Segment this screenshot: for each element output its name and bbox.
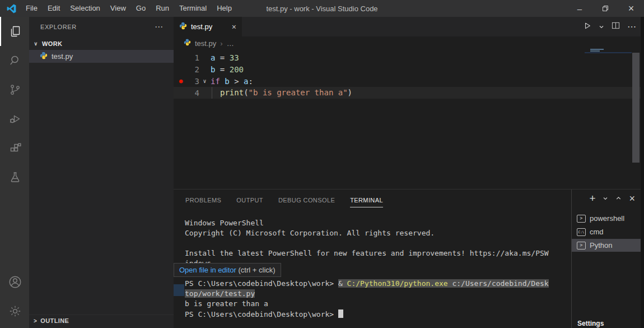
terminal-text: C:/Python310/python.exe <box>347 279 448 288</box>
run-and-debug-icon[interactable] <box>0 104 29 133</box>
terminal-box-icon: > <box>577 242 586 250</box>
account-icon[interactable] <box>0 267 29 297</box>
testing-icon[interactable] <box>0 163 29 192</box>
terminal-sidebar: >powershellC:\cmd>Python <box>571 190 644 328</box>
terminal-line: Windows PowerShell <box>185 219 568 229</box>
terminal-text: top/work/test.py <box>185 289 255 298</box>
breakpoint-icon[interactable]: ● <box>174 77 188 85</box>
code-line-2[interactable]: 2b = 200 <box>174 63 644 75</box>
code-line-4[interactable]: 4print("b is greater than a") <box>174 87 644 99</box>
panel-tab-output[interactable]: OUTPUT <box>236 197 263 204</box>
open-file-tooltip: Open file in editor (ctrl + click) <box>174 263 281 277</box>
search-icon[interactable] <box>0 46 29 75</box>
vscode-logo-icon <box>7 4 16 13</box>
source-control-icon[interactable] <box>0 75 29 104</box>
menu-view[interactable]: View <box>105 0 131 17</box>
breadcrumb[interactable]: test.py › … <box>174 36 644 50</box>
titlebar: FileEditSelectionViewGoRunTerminalHelp t… <box>0 0 644 17</box>
breadcrumb-more[interactable]: … <box>227 39 234 48</box>
activity-bar <box>0 17 29 328</box>
code-area[interactable]: 1a = 332b = 200●3∨if b > a:4print("b is … <box>174 50 644 99</box>
window-controls: – × <box>567 0 644 17</box>
restore-button[interactable] <box>592 0 618 17</box>
panel-tab-debug-console[interactable]: DEBUG CONSOLE <box>278 197 335 204</box>
file-list: test.py <box>29 50 174 63</box>
terminal-text: c:/Users/codebind/Desk <box>448 279 549 288</box>
indent-guide <box>212 87 220 99</box>
terminal-line: top/work/test.py <box>185 289 568 299</box>
terminal-line: Copyright (C) Microsoft Corporation. All… <box>185 229 568 239</box>
terminal-line: b is greater than a <box>185 299 568 309</box>
panel-tab-terminal[interactable]: TERMINAL <box>350 197 383 204</box>
editor-scrollbar[interactable] <box>632 53 640 163</box>
extensions-icon[interactable] <box>0 133 29 163</box>
breadcrumb-file[interactable]: test.py <box>195 39 216 48</box>
code-text: print("b is greater than a") <box>210 87 352 99</box>
run-dropdown-chevron-icon[interactable] <box>599 22 604 32</box>
open-file-link[interactable]: Open file in editor <box>179 266 236 274</box>
terminal-text: Windows PowerShell <box>185 219 264 227</box>
menu-run[interactable]: Run <box>151 0 174 17</box>
session-label: cmd <box>590 228 604 236</box>
explorer-header: EXPLORER ⋯ <box>29 17 174 37</box>
split-editor-icon[interactable] <box>612 21 620 32</box>
breadcrumb-separator-icon: › <box>220 39 222 48</box>
explorer-more-actions-icon[interactable]: ⋯ <box>155 22 164 32</box>
menu-file[interactable]: File <box>21 0 43 17</box>
terminal-line <box>185 239 568 249</box>
folder-work[interactable]: ∨ WORK <box>29 37 174 50</box>
panel-tabbar: PROBLEMSOUTPUTDEBUG CONSOLETERMINAL <box>174 190 383 211</box>
window-title: test.py - work - Visual Studio Code <box>266 4 377 13</box>
code-line-1[interactable]: 1a = 33 <box>174 52 644 63</box>
terminal-session-python[interactable]: >Python <box>572 239 644 252</box>
run-python-file-button[interactable] <box>584 22 591 32</box>
menubar: FileEditSelectionViewGoRunTerminalHelp <box>21 0 237 17</box>
settings-tooltip: Settings <box>577 320 604 327</box>
file-item-test-py[interactable]: test.py <box>29 50 174 63</box>
chevron-right-icon: > <box>34 318 37 324</box>
line-number: 2 <box>188 65 199 74</box>
line-number: 1 <box>188 53 199 62</box>
close-tab-icon[interactable]: × <box>232 22 236 31</box>
terminal-text: b is greater than a <box>185 299 268 308</box>
python-file-icon <box>184 39 191 48</box>
line-number: 3 <box>188 77 199 86</box>
terminal-text: PS C:\Users\codebind\Desktop\work> <box>185 310 338 318</box>
close-window-button[interactable]: × <box>618 0 644 17</box>
fold-chevron-icon[interactable]: ∨ <box>199 78 210 84</box>
settings-gear-icon[interactable] <box>0 297 29 326</box>
line-number: 4 <box>188 89 199 98</box>
terminal-session-cmd[interactable]: C:\cmd <box>572 225 644 238</box>
editor-group: test.py × ⋯ test.py › … 1a = 332b = 200● <box>174 17 644 189</box>
chevron-down-icon: ∨ <box>32 41 40 47</box>
minimize-button[interactable]: – <box>567 0 592 17</box>
terminal-box-icon: > <box>577 215 586 223</box>
menu-go[interactable]: Go <box>131 0 151 17</box>
open-file-hint: (ctrl + click) <box>236 266 276 274</box>
outline-section[interactable]: > OUTLINE <box>29 315 174 326</box>
menu-edit[interactable]: Edit <box>43 0 65 17</box>
file-name: test.py <box>52 52 73 61</box>
terminal-text: Copyright (C) Microsoft Corporation. All… <box>185 229 435 237</box>
python-file-icon <box>179 22 187 31</box>
editor-actions: ⋯ <box>584 17 636 36</box>
terminal-session-powershell[interactable]: >powershell <box>572 212 644 225</box>
terminal-line: PS C:\Users\codebind\Desktop\work> & C:/… <box>185 279 568 289</box>
menu-terminal[interactable]: Terminal <box>174 0 212 17</box>
menu-help[interactable]: Help <box>212 0 237 17</box>
explorer-icon[interactable] <box>0 17 29 46</box>
menu-selection[interactable]: Selection <box>65 0 105 17</box>
folder-name: WORK <box>42 40 62 47</box>
editor-tabbar: test.py × <box>174 17 644 36</box>
terminal-cursor <box>338 309 343 318</box>
code-text: a = 33 <box>210 53 239 62</box>
restore-icon <box>602 5 609 12</box>
editor-more-actions-icon[interactable]: ⋯ <box>627 21 636 32</box>
tab-test-py[interactable]: test.py × <box>174 17 242 36</box>
code-line-3[interactable]: ●3∨if b > a: <box>174 75 644 87</box>
outline-label: OUTLINE <box>40 317 69 324</box>
terminal-text: Install the latest PowerShell for new fe… <box>185 249 549 257</box>
panel-tab-problems[interactable]: PROBLEMS <box>185 197 221 204</box>
code-text: b = 200 <box>210 65 244 74</box>
minimap-line <box>585 52 632 53</box>
